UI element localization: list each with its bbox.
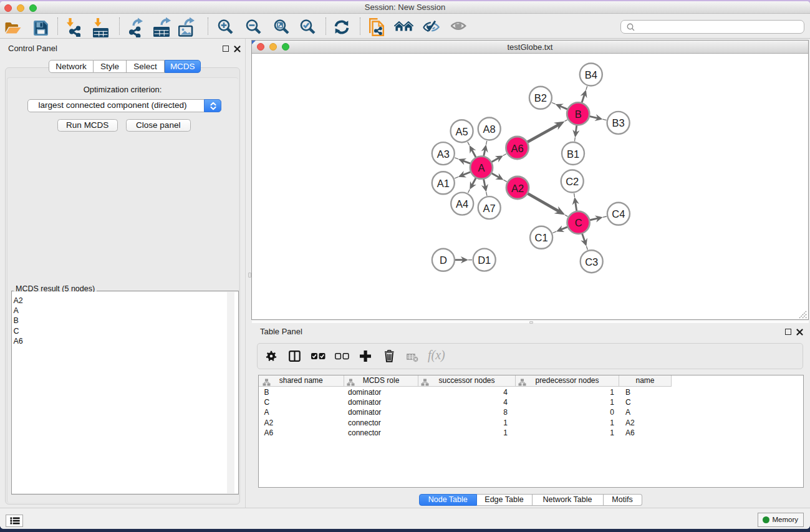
svg-text:A1: A1 (437, 178, 450, 189)
svg-text:B2: B2 (534, 92, 547, 104)
svg-text:B1: B1 (567, 148, 579, 160)
svg-text:A4: A4 (456, 198, 468, 210)
svg-text:A3: A3 (437, 148, 450, 160)
svg-text:A7: A7 (483, 203, 496, 214)
svg-text:D1: D1 (478, 254, 491, 266)
svg-text:B3: B3 (612, 117, 625, 128)
svg-text:A6: A6 (511, 143, 523, 154)
svg-text:C2: C2 (566, 176, 579, 187)
svg-text:D: D (440, 254, 447, 266)
svg-text:A: A (478, 162, 485, 173)
svg-text:B: B (575, 109, 582, 120)
svg-text:A5: A5 (456, 126, 468, 137)
svg-text:C1: C1 (535, 232, 548, 243)
svg-text:A2: A2 (511, 183, 524, 194)
svg-text:A8: A8 (483, 123, 496, 135)
svg-text:B4: B4 (585, 69, 597, 80)
svg-text:C4: C4 (612, 208, 625, 220)
svg-text:C3: C3 (585, 256, 598, 268)
svg-text:C: C (575, 217, 582, 228)
